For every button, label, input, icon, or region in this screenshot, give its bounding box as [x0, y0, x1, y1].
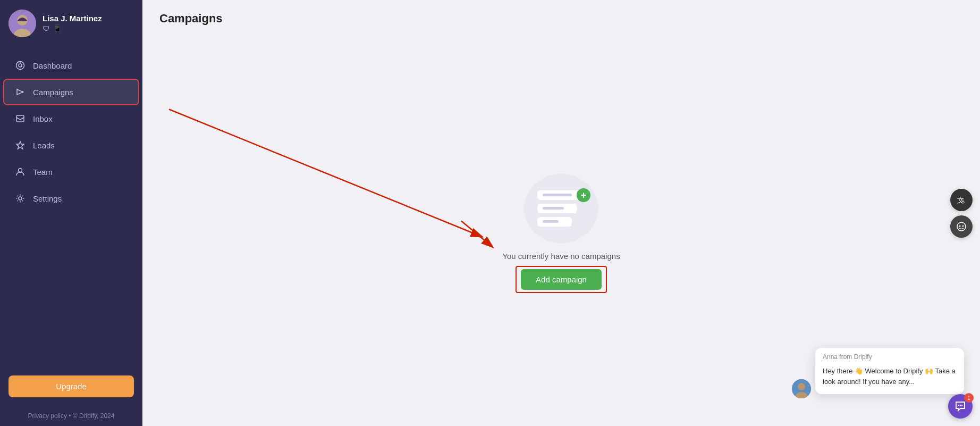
translate-button[interactable]: 文 A [950, 189, 973, 211]
illustration-cards: + [537, 190, 585, 227]
sidebar-footer: Privacy policy • © Dripify, 2024 [0, 406, 142, 426]
sidebar-nav: Dashboard Campaigns Inbox [0, 47, 142, 371]
svg-point-19 [958, 405, 959, 406]
profile-name: Lisa J. Martinez [43, 14, 102, 23]
sidebar-item-leads-label: Leads [33, 141, 55, 150]
svg-marker-7 [16, 141, 24, 149]
illus-line [543, 194, 572, 196]
sidebar-item-settings-label: Settings [33, 194, 62, 203]
mobile-icon: 📱 [53, 24, 62, 33]
leads-icon [15, 140, 26, 150]
main-content: Campaigns [142, 0, 980, 426]
svg-point-21 [961, 405, 962, 406]
avatar [9, 10, 36, 37]
add-campaign-button[interactable]: Add campaign [521, 269, 602, 290]
sidebar-item-inbox[interactable]: Inbox [4, 106, 138, 131]
sidebar-item-leads[interactable]: Leads [4, 133, 138, 157]
shield-icon: 🛡 [43, 24, 50, 33]
illus-card-3 [537, 217, 572, 227]
team-icon [15, 167, 26, 177]
sidebar-item-team-label: Team [33, 168, 53, 177]
sidebar-item-campaigns[interactable]: Campaigns [4, 80, 138, 104]
profile-info: Lisa J. Martinez 🛡 📱 [43, 14, 102, 33]
chat-open-button[interactable]: 1 [948, 394, 973, 419]
sidebar-item-settings[interactable]: Settings [4, 186, 138, 211]
plus-badge: + [577, 188, 590, 202]
svg-point-12 [798, 383, 805, 390]
svg-point-9 [19, 197, 22, 200]
page-title: Campaigns [159, 12, 963, 26]
profile-section: Lisa J. Martinez 🛡 📱 [0, 0, 142, 47]
svg-point-4 [19, 64, 22, 67]
main-header: Campaigns [142, 0, 980, 37]
illus-card-2 [537, 204, 577, 213]
settings-icon [15, 194, 26, 203]
sidebar-item-inbox-label: Inbox [33, 114, 53, 123]
chat-avatar [792, 379, 811, 398]
sidebar-item-team[interactable]: Team [4, 160, 138, 184]
inbox-icon [15, 114, 26, 123]
empty-state-text: You currently have no campaigns [502, 252, 620, 261]
svg-point-16 [957, 222, 966, 231]
bot-button[interactable] [950, 215, 973, 238]
illus-line [543, 207, 564, 210]
svg-point-20 [960, 405, 961, 406]
campaigns-icon [15, 87, 26, 97]
dashboard-icon [15, 61, 26, 70]
svg-text:A: A [961, 198, 965, 204]
svg-point-18 [962, 225, 964, 227]
sidebar: Lisa J. Martinez 🛡 📱 Dashboard [0, 0, 142, 426]
svg-point-17 [959, 225, 961, 227]
chat-message: Hey there 👋 Welcome to Dripify 🙌 Take a … [815, 364, 964, 394]
chat-widget: Anna from Dripify Hey there 👋 Welcome to… [815, 348, 964, 394]
sidebar-item-dashboard[interactable]: Dashboard [4, 53, 138, 78]
profile-icons: 🛡 📱 [43, 24, 102, 33]
sidebar-item-campaigns-label: Campaigns [33, 88, 73, 97]
upgrade-button[interactable]: Upgrade [9, 375, 134, 397]
illus-line [543, 220, 559, 223]
svg-point-8 [19, 169, 22, 172]
empty-illustration: + [524, 174, 598, 243]
chat-sender: Anna from Dripify [815, 348, 964, 364]
sidebar-item-dashboard-label: Dashboard [33, 61, 72, 70]
side-buttons: 文 A [950, 189, 973, 238]
chat-badge: 1 [964, 393, 974, 403]
